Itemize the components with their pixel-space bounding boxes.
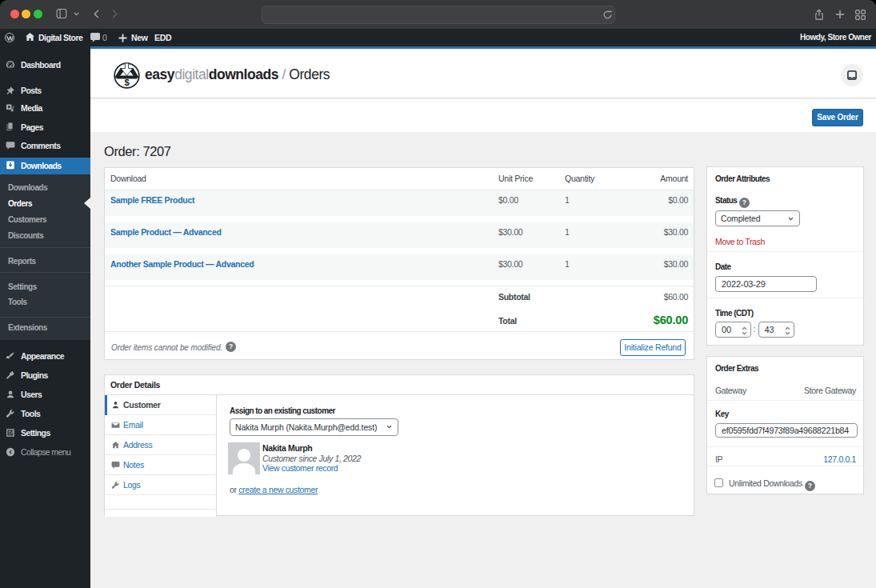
- svg-text:$: $: [124, 78, 130, 87]
